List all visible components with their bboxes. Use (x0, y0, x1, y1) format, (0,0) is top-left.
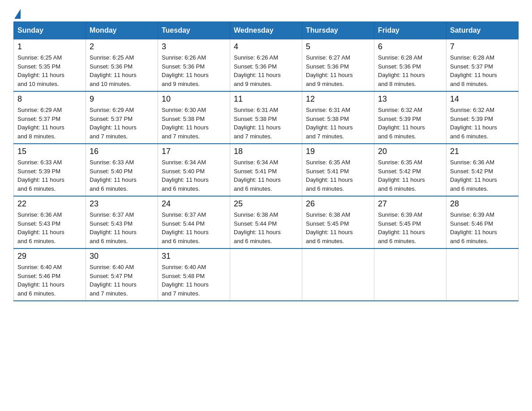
header-friday: Friday (374, 22, 446, 39)
header-tuesday: Tuesday (158, 22, 230, 39)
day-number: 13 (378, 94, 442, 104)
day-number: 5 (306, 42, 370, 51)
week-row-4: 22 Sunrise: 6:36 AMSunset: 5:43 PMDaylig… (14, 196, 519, 248)
calendar-header: SundayMondayTuesdayWednesdayThursdayFrid… (14, 22, 519, 39)
day-info: Sunrise: 6:35 AMSunset: 5:41 PMDaylight:… (306, 158, 370, 193)
day-cell-28: 28 Sunrise: 6:39 AMSunset: 5:46 PMDaylig… (446, 196, 519, 248)
day-cell-10: 10 Sunrise: 6:30 AMSunset: 5:38 PMDaylig… (158, 91, 230, 144)
day-cell-6: 6 Sunrise: 6:28 AMSunset: 5:36 PMDayligh… (374, 39, 446, 92)
day-cell-3: 3 Sunrise: 6:26 AMSunset: 5:36 PMDayligh… (158, 39, 230, 92)
day-info: Sunrise: 6:40 AMSunset: 5:48 PMDaylight:… (162, 263, 226, 298)
day-number: 24 (162, 199, 226, 209)
day-number: 8 (17, 94, 82, 104)
day-cell-23: 23 Sunrise: 6:37 AMSunset: 5:43 PMDaylig… (86, 196, 158, 248)
day-cell-22: 22 Sunrise: 6:36 AMSunset: 5:43 PMDaylig… (14, 196, 86, 248)
day-cell-31: 31 Sunrise: 6:40 AMSunset: 5:48 PMDaylig… (158, 248, 230, 301)
day-cell-7: 7 Sunrise: 6:28 AMSunset: 5:37 PMDayligh… (446, 39, 519, 92)
day-cell-5: 5 Sunrise: 6:27 AMSunset: 5:36 PMDayligh… (302, 39, 374, 92)
day-number: 30 (90, 252, 154, 261)
day-number: 22 (17, 199, 82, 209)
day-number: 16 (90, 147, 154, 156)
day-number: 6 (378, 42, 442, 51)
day-number: 28 (450, 199, 515, 209)
day-info: Sunrise: 6:36 AMSunset: 5:43 PMDaylight:… (17, 210, 82, 245)
day-number: 18 (234, 147, 298, 156)
day-info: Sunrise: 6:33 AMSunset: 5:40 PMDaylight:… (90, 158, 154, 193)
day-number: 17 (162, 147, 226, 156)
header-saturday: Saturday (446, 22, 519, 39)
header-wednesday: Wednesday (230, 22, 302, 39)
page-header (13, 9, 519, 17)
empty-cell (374, 248, 446, 301)
header-monday: Monday (86, 22, 158, 39)
header-thursday: Thursday (302, 22, 374, 39)
day-number: 25 (234, 199, 298, 209)
day-cell-11: 11 Sunrise: 6:31 AMSunset: 5:38 PMDaylig… (230, 91, 302, 144)
logo-wordmark (13, 9, 21, 19)
day-cell-27: 27 Sunrise: 6:39 AMSunset: 5:45 PMDaylig… (374, 196, 446, 248)
day-info: Sunrise: 6:40 AMSunset: 5:46 PMDaylight:… (17, 263, 82, 298)
empty-cell (446, 248, 519, 301)
week-row-3: 15 Sunrise: 6:33 AMSunset: 5:39 PMDaylig… (14, 144, 519, 196)
day-number: 29 (17, 252, 82, 261)
empty-cell (302, 248, 374, 301)
day-number: 10 (162, 94, 226, 104)
week-row-5: 29 Sunrise: 6:40 AMSunset: 5:46 PMDaylig… (14, 248, 519, 301)
day-number: 14 (450, 94, 515, 104)
day-number: 12 (306, 94, 370, 104)
day-info: Sunrise: 6:39 AMSunset: 5:46 PMDaylight:… (450, 210, 515, 245)
day-info: Sunrise: 6:30 AMSunset: 5:38 PMDaylight:… (162, 106, 226, 141)
day-info: Sunrise: 6:32 AMSunset: 5:39 PMDaylight:… (450, 106, 515, 141)
day-info: Sunrise: 6:28 AMSunset: 5:37 PMDaylight:… (450, 53, 515, 88)
day-info: Sunrise: 6:34 AMSunset: 5:41 PMDaylight:… (234, 158, 298, 193)
week-row-2: 8 Sunrise: 6:29 AMSunset: 5:37 PMDayligh… (14, 91, 519, 144)
day-cell-9: 9 Sunrise: 6:29 AMSunset: 5:37 PMDayligh… (86, 91, 158, 144)
day-number: 23 (90, 199, 154, 209)
day-cell-1: 1 Sunrise: 6:25 AMSunset: 5:35 PMDayligh… (14, 39, 86, 92)
day-info: Sunrise: 6:25 AMSunset: 5:35 PMDaylight:… (17, 53, 82, 88)
day-cell-4: 4 Sunrise: 6:26 AMSunset: 5:36 PMDayligh… (230, 39, 302, 92)
day-number: 27 (378, 199, 442, 209)
day-number: 7 (450, 42, 515, 51)
day-cell-15: 15 Sunrise: 6:33 AMSunset: 5:39 PMDaylig… (14, 144, 86, 196)
day-number: 2 (90, 42, 154, 51)
day-number: 4 (234, 42, 298, 51)
day-info: Sunrise: 6:39 AMSunset: 5:45 PMDaylight:… (378, 210, 442, 245)
day-info: Sunrise: 6:40 AMSunset: 5:47 PMDaylight:… (90, 263, 154, 298)
day-info: Sunrise: 6:34 AMSunset: 5:40 PMDaylight:… (162, 158, 226, 193)
day-cell-2: 2 Sunrise: 6:25 AMSunset: 5:36 PMDayligh… (86, 39, 158, 92)
logo (13, 9, 21, 17)
day-info: Sunrise: 6:26 AMSunset: 5:36 PMDaylight:… (162, 53, 226, 88)
calendar-body: 1 Sunrise: 6:25 AMSunset: 5:35 PMDayligh… (14, 39, 519, 301)
day-info: Sunrise: 6:31 AMSunset: 5:38 PMDaylight:… (234, 106, 298, 141)
day-info: Sunrise: 6:25 AMSunset: 5:36 PMDaylight:… (90, 53, 154, 88)
day-info: Sunrise: 6:27 AMSunset: 5:36 PMDaylight:… (306, 53, 370, 88)
day-number: 1 (17, 42, 82, 51)
day-cell-16: 16 Sunrise: 6:33 AMSunset: 5:40 PMDaylig… (86, 144, 158, 196)
day-number: 9 (90, 94, 154, 104)
day-info: Sunrise: 6:29 AMSunset: 5:37 PMDaylight:… (17, 106, 82, 141)
calendar-table: SundayMondayTuesdayWednesdayThursdayFrid… (13, 21, 519, 301)
day-cell-24: 24 Sunrise: 6:37 AMSunset: 5:44 PMDaylig… (158, 196, 230, 248)
day-number: 20 (378, 147, 442, 156)
day-info: Sunrise: 6:28 AMSunset: 5:36 PMDaylight:… (378, 53, 442, 88)
day-cell-17: 17 Sunrise: 6:34 AMSunset: 5:40 PMDaylig… (158, 144, 230, 196)
day-info: Sunrise: 6:26 AMSunset: 5:36 PMDaylight:… (234, 53, 298, 88)
week-row-1: 1 Sunrise: 6:25 AMSunset: 5:35 PMDayligh… (14, 39, 519, 92)
header-sunday: Sunday (14, 22, 86, 39)
day-cell-12: 12 Sunrise: 6:31 AMSunset: 5:38 PMDaylig… (302, 91, 374, 144)
day-cell-25: 25 Sunrise: 6:38 AMSunset: 5:44 PMDaylig… (230, 196, 302, 248)
day-info: Sunrise: 6:37 AMSunset: 5:44 PMDaylight:… (162, 210, 226, 245)
logo-triangle-icon (14, 9, 21, 19)
day-info: Sunrise: 6:38 AMSunset: 5:45 PMDaylight:… (306, 210, 370, 245)
day-cell-13: 13 Sunrise: 6:32 AMSunset: 5:39 PMDaylig… (374, 91, 446, 144)
empty-cell (230, 248, 302, 301)
day-cell-8: 8 Sunrise: 6:29 AMSunset: 5:37 PMDayligh… (14, 91, 86, 144)
day-cell-29: 29 Sunrise: 6:40 AMSunset: 5:46 PMDaylig… (14, 248, 86, 301)
day-cell-18: 18 Sunrise: 6:34 AMSunset: 5:41 PMDaylig… (230, 144, 302, 196)
day-cell-21: 21 Sunrise: 6:36 AMSunset: 5:42 PMDaylig… (446, 144, 519, 196)
day-number: 3 (162, 42, 226, 51)
day-number: 15 (17, 147, 82, 156)
day-cell-14: 14 Sunrise: 6:32 AMSunset: 5:39 PMDaylig… (446, 91, 519, 144)
day-number: 31 (162, 252, 226, 261)
